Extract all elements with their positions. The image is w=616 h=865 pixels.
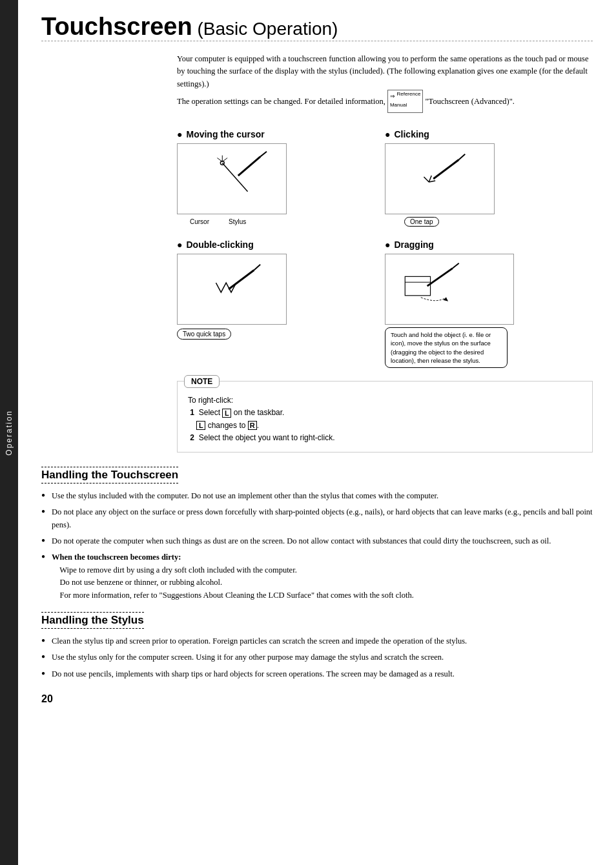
- svg-line-10: [429, 176, 431, 182]
- svg-line-5: [217, 158, 222, 162]
- svg-line-11: [429, 181, 435, 182]
- dragging-svg: [385, 254, 513, 324]
- stylus-label: Stylus: [229, 218, 246, 225]
- op-dragging-diagram: [385, 254, 514, 325]
- svg-line-0: [222, 163, 247, 191]
- sidebar-label: Operation: [5, 410, 14, 456]
- op-dragging: Dragging Touch and hold the object (i. e…: [385, 233, 593, 374]
- two-quick-bubble: Two quick taps: [177, 329, 231, 340]
- op-moving-cursor: Moving the cursor Cursor: [177, 123, 385, 233]
- operations-grid: Moving the cursor Cursor: [177, 123, 593, 374]
- note-step2: 2 Select the object you want to right-cl…: [188, 432, 582, 444]
- handling-touchscreen-heading: Handling the Touchscreen: [41, 467, 178, 483]
- op-dragging-title: Dragging: [385, 239, 586, 250]
- cursor-label: Cursor: [190, 218, 209, 225]
- main-content: Touchscreen (Basic Operation) Your compu…: [18, 0, 616, 724]
- svg-line-13: [254, 265, 260, 270]
- op-moving-cursor-diagram: [177, 143, 287, 214]
- handling-stylus-heading: Handling the Stylus: [41, 612, 144, 629]
- handling-touchscreen-section: Handling the Touchscreen Use the stylus …: [41, 467, 593, 602]
- one-tap-label: One tap: [404, 217, 586, 227]
- note-content: To right-click: 1 Select L on the taskba…: [188, 394, 582, 444]
- title-bold: Touchscreen: [41, 13, 192, 40]
- handling-stylus-item-3: Do not use pencils, implements with shar…: [41, 668, 593, 680]
- intro-para1: Your computer is equipped with a touchsc…: [177, 53, 593, 90]
- handling-stylus-list: Clean the stylus tip and screen prior to…: [41, 635, 593, 680]
- double-clicking-svg: [178, 254, 286, 324]
- intro-para2: The operation settings can be changed. F…: [177, 90, 593, 114]
- clicking-svg: [385, 144, 494, 214]
- note-step1b: L changes to R.: [188, 420, 582, 432]
- drag-callout: Touch and hold the object (i. e. file or…: [385, 327, 508, 368]
- sidebar: Operation: [0, 0, 18, 865]
- two-quick-taps-label: Two quick taps: [177, 327, 378, 340]
- svg-line-1: [238, 157, 260, 176]
- handling-touchscreen-item-1: Use the stylus included with the compute…: [41, 490, 593, 502]
- svg-line-16: [427, 269, 453, 286]
- svg-marker-18: [443, 298, 448, 301]
- op-double-clicking-diagram: [177, 254, 287, 325]
- op-double-clicking: Double-clicking Two quick taps: [177, 233, 385, 374]
- one-tap-bubble: One tap: [404, 217, 439, 227]
- op-moving-cursor-title: Moving the cursor: [177, 129, 378, 139]
- cursor-stylus-labels: Cursor Stylus: [190, 217, 378, 225]
- box-l: L: [222, 409, 231, 418]
- svg-line-2: [260, 152, 267, 157]
- note-title: NOTE: [184, 375, 220, 388]
- svg-line-9: [424, 177, 429, 182]
- dirty-line2: Do not use benzene or thinner, or rubbin…: [52, 576, 593, 589]
- op-clicking-diagram: [385, 143, 495, 214]
- intro-text: Your computer is equipped with a touchsc…: [177, 53, 593, 114]
- svg-line-12: [229, 270, 254, 289]
- page-number: 20: [41, 693, 593, 705]
- box-l2: L: [196, 421, 205, 430]
- svg-line-8: [458, 154, 465, 160]
- note-step1: 1 Select L on the taskbar.: [188, 407, 582, 419]
- handling-stylus-section: Handling the Stylus Clean the stylus tip…: [41, 612, 593, 680]
- page-title: Touchscreen (Basic Operation): [41, 13, 593, 41]
- moving-cursor-svg: [178, 144, 286, 214]
- svg-line-7: [433, 160, 458, 179]
- handling-touchscreen-item-4: When the touchscreen becomes dirty: Wipe…: [41, 551, 593, 602]
- handling-touchscreen-item-3: Do not operate the computer when such th…: [41, 535, 593, 547]
- svg-rect-14: [405, 276, 430, 295]
- svg-line-6: [222, 158, 227, 162]
- title-normal: (Basic Operation): [192, 19, 338, 39]
- note-box: NOTE To right-click: 1 Select L on the t…: [177, 381, 593, 453]
- reference-manual-icon: ⇒ ReferenceManual: [387, 90, 423, 113]
- svg-line-17: [453, 263, 459, 269]
- dirty-line3: For more information, refer to "Suggesti…: [52, 589, 593, 602]
- op-clicking: Clicking One tap: [385, 123, 593, 233]
- handling-touchscreen-item-2: Do not place any object on the surface o…: [41, 506, 593, 531]
- handling-stylus-item-2: Use the stylus only for the computer scr…: [41, 651, 593, 664]
- handling-touchscreen-list: Use the stylus included with the compute…: [41, 490, 593, 602]
- note-intro: To right-click:: [188, 394, 582, 407]
- box-r: R: [248, 421, 257, 430]
- op-clicking-title: Clicking: [385, 129, 586, 139]
- title-divider: [41, 41, 593, 41]
- handling-stylus-item-1: Clean the stylus tip and screen prior to…: [41, 635, 593, 647]
- dirty-line1: Wipe to remove dirt by using a dry soft …: [52, 564, 593, 576]
- op-double-clicking-title: Double-clicking: [177, 239, 378, 250]
